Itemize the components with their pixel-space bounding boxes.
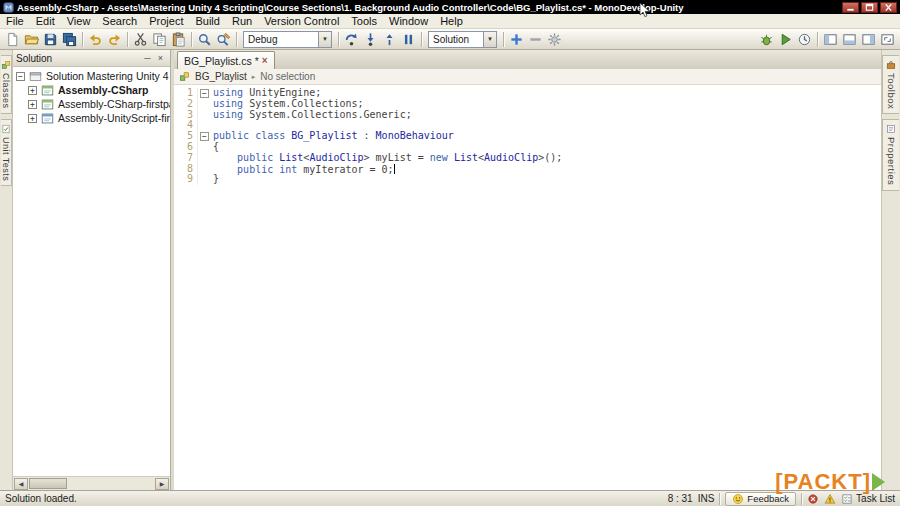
insert-mode-indicator: INS [698,493,715,504]
code-line-5[interactable]: 5−public class BG_Playlist : MonoBehavio… [174,131,881,142]
pad-auto-hide-button[interactable]: ─ [141,52,154,65]
paste-icon[interactable] [169,30,188,48]
menu-version-control[interactable]: Version Control [258,14,345,29]
scroll-track[interactable] [68,478,155,490]
code-editor[interactable]: 1−using UnityEngine;2using System.Collec… [174,85,881,490]
scroll-right-button[interactable]: ▶ [155,478,169,490]
menu-build[interactable]: Build [189,14,225,29]
tree-item-assembly-unityscript-firstpa[interactable]: +Assembly-UnityScript-firstpa [13,111,170,125]
solution-pad-title: Solution [16,53,141,64]
save-icon[interactable] [41,30,60,48]
minimize-button[interactable] [842,2,859,13]
tree-item-assembly-csharp-firstpass[interactable]: +Assembly-CSharp-firstpass [13,97,170,111]
copy-icon[interactable] [150,30,169,48]
solution-icon [28,70,43,83]
dropdown-arrow-icon[interactable]: ▼ [483,32,496,47]
attach-debugger-icon[interactable] [757,30,776,48]
window-title-bar: Assembly-CSharp - Assets\Mastering Unity… [0,0,900,14]
line-number: 5 [174,131,198,142]
menu-view[interactable]: View [61,14,97,29]
editor-tab[interactable]: BG_Playlist.cs * × [177,51,275,69]
tree-item-assembly-csharp[interactable]: +Assembly-CSharp [13,83,170,97]
search-scope-select[interactable]: Solution▼ [428,31,497,48]
close-button[interactable] [880,2,897,13]
menu-run[interactable]: Run [226,14,258,29]
editor-column: BG_Playlist.cs * × BG_Playlist ▸ No sele… [174,50,881,490]
packt-logo-text: [PACKT] [775,471,871,493]
fullscreen-icon[interactable] [878,30,897,48]
menu-search[interactable]: Search [96,14,143,29]
code-text: public int myIterator = 0; [211,164,395,175]
save-all-icon[interactable] [60,30,79,48]
code-line-7[interactable]: 7 public List<AudioClip> myList = new Li… [174,153,881,164]
toolbar-group [86,30,124,48]
cut-icon[interactable] [131,30,150,48]
status-bar: Solution loaded. 8 : 31 INS Feedback Tas… [0,490,900,506]
toggle-bottom-pad-icon[interactable] [840,30,859,48]
remove-icon[interactable] [526,30,545,48]
task-list-tab[interactable]: Task List [841,493,895,505]
search-replace-icon[interactable] [214,30,233,48]
mouse-cursor [639,2,651,19]
tree-expander-icon[interactable]: + [28,114,37,123]
menu-tools[interactable]: Tools [345,14,383,29]
step-over-icon[interactable] [342,30,361,48]
code-line-8[interactable]: 8 public int myIterator = 0; [174,164,881,175]
pad-close-button[interactable]: × [154,52,167,65]
options-icon[interactable] [545,30,564,48]
new-file-icon[interactable] [3,30,22,48]
open-file-icon[interactable] [22,30,41,48]
breadcrumb-selection[interactable]: No selection [260,71,315,82]
tree-expander-icon[interactable]: + [28,100,37,109]
editor-tab-bar: BG_Playlist.cs * × [174,50,881,69]
error-badge-icon[interactable] [807,493,819,505]
dock-tab-properties[interactable]: Properties [882,119,899,190]
step-out-icon[interactable] [380,30,399,48]
toolbar-separator [817,32,818,47]
fold-toggle-icon[interactable]: − [200,89,209,98]
menu-file[interactable]: File [0,14,30,29]
undo-icon[interactable] [86,30,105,48]
menu-project[interactable]: Project [143,14,189,29]
tree-item-solution-mastering-unity-4-scri[interactable]: −Solution Mastering Unity 4 Scri [13,69,170,83]
scroll-thumb[interactable] [29,478,67,489]
pause-icon[interactable] [399,30,418,48]
task-list-label: Task List [856,493,895,504]
run-with-icon[interactable] [776,30,795,48]
scroll-left-button[interactable]: ◀ [14,478,28,490]
tree-item-label: Assembly-UnityScript-firstpa [58,112,170,124]
dock-tab-unit-tests[interactable]: Unit Tests [1,119,12,186]
dock-tab-classes[interactable]: Classes [1,55,12,114]
step-into-icon[interactable] [361,30,380,48]
fold-margin [198,142,211,153]
debug-configuration-select-value: Debug [244,34,318,45]
code-line-9[interactable]: 9} [174,174,881,185]
redo-icon[interactable] [105,30,124,48]
warning-badge-icon[interactable] [824,493,836,505]
modified-indicator: * [255,55,259,67]
debug-configuration-select[interactable]: Debug▼ [243,31,332,48]
breadcrumb-class[interactable]: BG_Playlist [195,71,247,82]
tree-expander-icon[interactable]: + [28,86,37,95]
dropdown-arrow-icon[interactable]: ▼ [318,32,331,47]
feedback-face-icon [732,493,744,505]
dock-tab-toolbox[interactable]: Toolbox [882,55,899,114]
add-icon[interactable] [507,30,526,48]
search-icon[interactable] [195,30,214,48]
menu-window[interactable]: Window [383,14,434,29]
left-dock-strip: ClassesUnit Tests [0,50,13,490]
profile-icon[interactable] [795,30,814,48]
menu-edit[interactable]: Edit [30,14,61,29]
toolbar-group [821,30,897,48]
code-line-3[interactable]: 3using System.Collections.Generic; [174,110,881,121]
toggle-left-pad-icon[interactable] [821,30,840,48]
toggle-right-pad-icon[interactable] [859,30,878,48]
line-number: 1 [174,88,198,99]
menu-help[interactable]: Help [434,14,469,29]
tab-close-icon[interactable]: × [262,56,268,66]
dock-tab-label: Unit Tests [1,137,11,181]
tree-expander-icon[interactable]: − [16,72,25,81]
line-number: 7 [174,153,198,164]
maximize-button[interactable] [861,2,878,13]
fold-toggle-icon[interactable]: − [200,132,209,141]
